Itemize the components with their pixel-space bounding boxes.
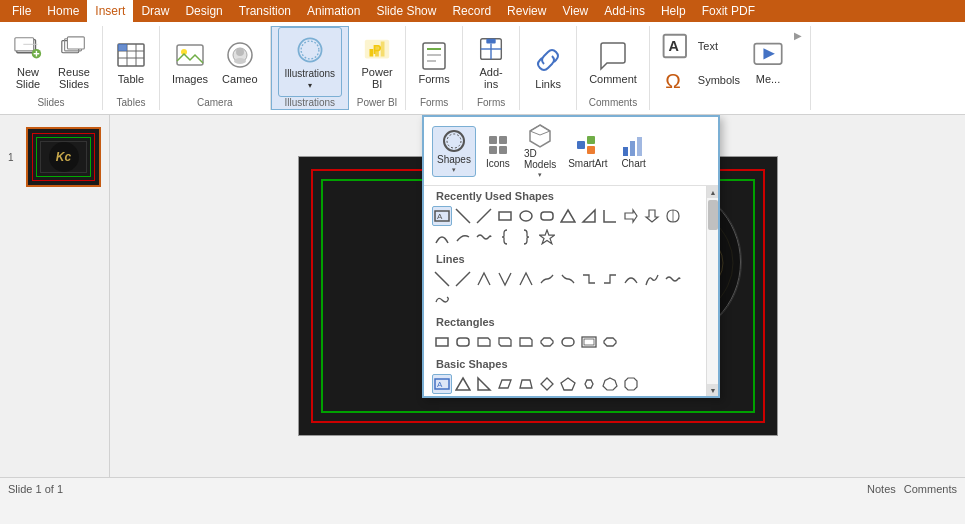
shape-arrow-down[interactable] bbox=[642, 206, 662, 226]
menu-animation[interactable]: Animation bbox=[299, 0, 368, 22]
menu-insert[interactable]: Insert bbox=[87, 0, 133, 22]
basic-octagon[interactable] bbox=[621, 374, 641, 394]
line-straight2[interactable] bbox=[453, 269, 473, 289]
basic-triangle[interactable] bbox=[453, 374, 473, 394]
comments-btn[interactable]: Comments bbox=[904, 483, 957, 495]
shapes-sub-btn-smartart[interactable]: SmartArt bbox=[564, 131, 611, 171]
menu-record[interactable]: Record bbox=[444, 0, 499, 22]
rect-rounded[interactable] bbox=[453, 332, 473, 352]
symbols-button[interactable]: Ω Symbols bbox=[656, 64, 746, 96]
rect-double[interactable] bbox=[579, 332, 599, 352]
basic-pentagon[interactable] bbox=[558, 374, 578, 394]
shape-line-diag1[interactable] bbox=[453, 206, 473, 226]
basic-hexagon[interactable] bbox=[579, 374, 599, 394]
shape-triangle[interactable] bbox=[558, 206, 578, 226]
shape-oval[interactable] bbox=[516, 206, 536, 226]
notes-btn[interactable]: Notes bbox=[867, 483, 896, 495]
scroll-down-arrow[interactable]: ▼ bbox=[707, 384, 718, 396]
shape-right-angle[interactable] bbox=[600, 206, 620, 226]
shape-rect[interactable] bbox=[495, 206, 515, 226]
shape-star[interactable] bbox=[537, 227, 557, 247]
rect-plain[interactable] bbox=[432, 332, 452, 352]
basic-textbox[interactable]: A bbox=[432, 374, 452, 394]
line-angle2[interactable] bbox=[495, 269, 515, 289]
cameo-button[interactable]: Cameo bbox=[216, 30, 263, 94]
svg-point-21 bbox=[298, 38, 321, 61]
rect-snip4[interactable] bbox=[600, 332, 620, 352]
line-straight[interactable] bbox=[432, 269, 452, 289]
basic-heptagon[interactable] bbox=[600, 374, 620, 394]
powerbi-button[interactable]: P PowerBI bbox=[355, 30, 399, 94]
scroll-up-arrow[interactable]: ▲ bbox=[707, 186, 718, 198]
svg-text:A: A bbox=[437, 380, 443, 389]
line-wave[interactable] bbox=[663, 269, 683, 289]
illustrations-button[interactable]: Illustrations ▾ bbox=[278, 27, 343, 97]
symbols-label: Symbols bbox=[698, 74, 740, 86]
shape-curve[interactable] bbox=[453, 227, 473, 247]
comment-button[interactable]: Comment bbox=[583, 30, 643, 94]
line-s1[interactable] bbox=[537, 269, 557, 289]
svg-rect-79 bbox=[584, 339, 594, 345]
shape-wave[interactable] bbox=[474, 227, 494, 247]
links-button[interactable]: Links bbox=[526, 35, 570, 99]
shape-arrow-right[interactable] bbox=[621, 206, 641, 226]
svg-rect-77 bbox=[562, 338, 574, 346]
line-angle1[interactable] bbox=[474, 269, 494, 289]
menu-file[interactable]: File bbox=[4, 0, 39, 22]
new-slide-button[interactable]: NewSlide bbox=[6, 30, 50, 94]
shapes-sub-btn-shapes[interactable]: Shapes ▾ bbox=[432, 126, 476, 177]
table-button[interactable]: Table bbox=[109, 30, 153, 94]
forms-button[interactable]: Forms bbox=[412, 30, 456, 94]
line-freeform[interactable] bbox=[642, 269, 662, 289]
shapes-scrollbar[interactable]: ▲ ▼ bbox=[706, 186, 718, 396]
line-curve1[interactable] bbox=[621, 269, 641, 289]
menu-help[interactable]: Help bbox=[653, 0, 694, 22]
menu-design[interactable]: Design bbox=[177, 0, 230, 22]
images-button[interactable]: Images bbox=[166, 30, 214, 94]
scroll-thumb[interactable] bbox=[708, 200, 718, 230]
shape-right-triangle[interactable] bbox=[579, 206, 599, 226]
shapes-sub-btn-chart[interactable]: Chart bbox=[616, 131, 652, 171]
shapes-sub-btn-icons[interactable]: Icons bbox=[480, 131, 516, 171]
shape-line-diag2[interactable] bbox=[474, 206, 494, 226]
line-angle3[interactable] bbox=[516, 269, 536, 289]
menu-home[interactable]: Home bbox=[39, 0, 87, 22]
menu-slideshow[interactable]: Slide Show bbox=[368, 0, 444, 22]
shape-brace-close[interactable] bbox=[516, 227, 536, 247]
ribbon-expand-button[interactable]: ▶ bbox=[792, 30, 804, 41]
addins-button[interactable]: Add-ins bbox=[469, 30, 513, 94]
text-button[interactable]: A Text bbox=[656, 30, 724, 62]
line-z2[interactable] bbox=[600, 269, 620, 289]
rect-snip2[interactable] bbox=[495, 332, 515, 352]
rect-round2[interactable] bbox=[558, 332, 578, 352]
text-label: Text bbox=[698, 40, 718, 52]
line-looped[interactable] bbox=[432, 290, 452, 310]
basic-parallelogram[interactable] bbox=[495, 374, 515, 394]
menu-view[interactable]: View bbox=[554, 0, 596, 22]
shapes-sub-btn-3d[interactable]: 3DModels ▾ bbox=[520, 121, 560, 181]
slide-thumbnail[interactable]: Kc bbox=[26, 127, 101, 187]
menu-transition[interactable]: Transition bbox=[231, 0, 299, 22]
rect-round-diag[interactable] bbox=[537, 332, 557, 352]
shape-textbox[interactable]: A bbox=[432, 206, 452, 226]
menu-draw[interactable]: Draw bbox=[133, 0, 177, 22]
svg-line-71 bbox=[456, 272, 470, 286]
shape-rounded-rect[interactable] bbox=[537, 206, 557, 226]
basic-right-tri[interactable] bbox=[474, 374, 494, 394]
media-button[interactable]: Me... bbox=[746, 30, 790, 94]
line-z1[interactable] bbox=[579, 269, 599, 289]
addins-group-items: Add-ins bbox=[469, 26, 513, 97]
shape-arc[interactable] bbox=[432, 227, 452, 247]
rect-snip3[interactable] bbox=[516, 332, 536, 352]
menu-foxit[interactable]: Foxit PDF bbox=[694, 0, 763, 22]
menu-addins[interactable]: Add-ins bbox=[596, 0, 653, 22]
shape-flowchart-alt[interactable] bbox=[663, 206, 683, 226]
line-s2[interactable] bbox=[558, 269, 578, 289]
rect-snip-corner[interactable] bbox=[474, 332, 494, 352]
basic-diamond[interactable] bbox=[537, 374, 557, 394]
svg-rect-46 bbox=[499, 136, 507, 144]
menu-review[interactable]: Review bbox=[499, 0, 554, 22]
reuse-slides-button[interactable]: ReuseSlides bbox=[52, 30, 96, 94]
shape-brace-open[interactable] bbox=[495, 227, 515, 247]
basic-trapezoid[interactable] bbox=[516, 374, 536, 394]
